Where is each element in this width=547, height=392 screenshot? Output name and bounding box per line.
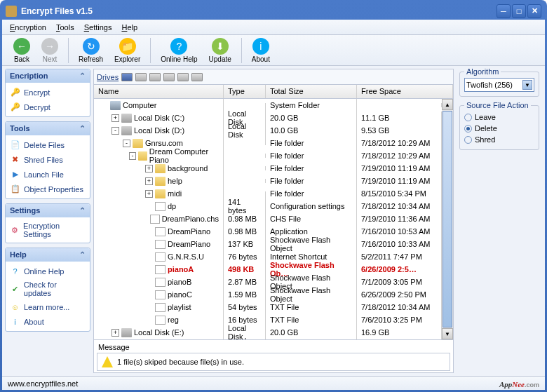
panel-header-settings[interactable]: Settings⌃ [6, 204, 90, 217]
expand-icon[interactable]: + [112, 329, 119, 337]
sidebar-item-delete-files[interactable]: 📄Delete Files [7, 137, 88, 152]
file-name: Local Disk (C:) [134, 114, 184, 122]
close-button[interactable]: ✕ [527, 4, 541, 18]
file-row[interactable]: pianoC1.59 MBShockwave Flash Object6/26/… [94, 288, 442, 301]
file-type: 2.87 MB [224, 276, 266, 288]
decrypt-icon: 🔑 [10, 102, 20, 112]
file-row[interactable]: ComputerSystem Folder [94, 99, 442, 111]
expand-icon[interactable]: + [145, 177, 153, 185]
sidebar-item-learn-more-[interactable]: ☺Learn more... [7, 299, 88, 314]
file-free: 6/26/2009 2:50 PM [357, 288, 442, 301]
toolbar-update-button[interactable]: ⬇Update [203, 36, 237, 65]
file-size: TXT File [266, 301, 357, 313]
scroll-down-icon[interactable]: ▼ [442, 328, 453, 339]
sidebar-item-shred-files[interactable]: ✖Shred Files [7, 152, 88, 167]
column-name[interactable]: Name [94, 85, 224, 98]
file-size: 10.0 GB [266, 124, 357, 137]
file-type [224, 154, 266, 158]
file-row[interactable]: +backgroundFile folder7/19/2010 11:19 AM [94, 162, 442, 175]
online-help-icon: ? [10, 266, 20, 276]
file-size: File folder [266, 175, 357, 187]
chevron-up-icon: ⌃ [79, 124, 86, 133]
expand-icon[interactable]: + [145, 165, 153, 173]
scroll-thumb[interactable] [443, 111, 452, 327]
sidebar-item-object-properties[interactable]: 📋Object Properties [7, 182, 88, 196]
file-free: 16.9 GB [357, 326, 442, 339]
file-row[interactable]: -Local Disk (D:)Local Disk10.0 GB9.53 GB [94, 124, 442, 137]
scroll-up-icon[interactable]: ▲ [442, 99, 453, 110]
toolbar-about-button[interactable]: iAbout [246, 36, 276, 65]
panel-header-encription[interactable]: Encription⌃ [6, 69, 90, 83]
drive-icon[interactable] [121, 73, 133, 81]
vertical-scrollbar[interactable]: ▲ ▼ [442, 99, 453, 339]
drive-icon[interactable] [135, 73, 147, 81]
file-row[interactable]: playlist54 bytesTXT File7/18/2012 10:34 … [94, 301, 442, 313]
status-url: www.encryptfiles.net [8, 379, 78, 388]
file-type [224, 141, 266, 145]
toolbar-refresh-button[interactable]: ↻Refresh [73, 36, 109, 65]
file-name: DreamPiano [168, 227, 210, 236]
drive-icon[interactable] [191, 73, 203, 81]
file-icon [155, 316, 166, 325]
comp-icon [110, 101, 121, 110]
file-name: Computer [123, 101, 156, 109]
disk-icon [121, 114, 132, 123]
encrypt-icon: 🔑 [10, 87, 20, 97]
column-free[interactable]: Free Space [357, 85, 453, 98]
file-row[interactable]: DreamPiano137 KBShockwave Flash Object7/… [94, 238, 442, 250]
chevron-up-icon: ⌃ [79, 206, 86, 215]
file-row[interactable]: +helpFile folder7/19/2010 11:19 AM [94, 175, 442, 187]
sidebar-item-about[interactable]: iAbout [7, 314, 88, 329]
algorithm-dropdown[interactable]: Twofish (256) ▼ [464, 78, 534, 92]
file-row[interactable]: DreamPiano.chs0.98 MBCHS File7/19/2010 1… [94, 212, 442, 225]
drive-icon[interactable] [149, 73, 161, 81]
panel-header-tools[interactable]: Tools⌃ [6, 122, 90, 135]
sidebar-item-online-help[interactable]: ?Online Help [7, 264, 88, 278]
file-free: 5/2/2011 7:47 PM [357, 250, 442, 263]
file-row[interactable]: dp141 bytesConfiguration settings7/18/20… [94, 200, 442, 212]
action-delete[interactable]: Delete [464, 123, 534, 134]
file-size: File folder [266, 137, 357, 149]
file-name: help [168, 177, 182, 185]
file-row[interactable]: +midiFile folder8/15/2010 5:34 PM [94, 187, 442, 200]
expand-icon[interactable]: - [129, 152, 136, 160]
drive-icon[interactable] [163, 73, 175, 81]
file-type [224, 179, 266, 183]
toolbar-explorer-button[interactable]: 📁Explorer [109, 36, 146, 65]
sidebar-item-encryption-settings[interactable]: ⚙Encryption Settings [7, 219, 88, 241]
file-type: 498 KB [224, 263, 266, 276]
file-free: 7/1/2009 3:05 PM [357, 276, 442, 288]
file-type: 137 KB [224, 238, 266, 250]
sidebar-item-check-for-updates[interactable]: ✔Check for updates [7, 278, 88, 299]
action-leave[interactable]: Leave [464, 111, 534, 123]
action-shred[interactable]: Shred [464, 134, 534, 145]
file-row[interactable]: +Local Disk (E:)Local Disk20.0 GB16.9 GB [94, 326, 442, 339]
radio-icon [464, 114, 472, 121]
message-text: 1 file(s) skiped because file(s) in use. [117, 358, 244, 366]
file-row[interactable]: +Local Disk (C:)Local Disk20.0 GB11.1 GB [94, 111, 442, 124]
expand-icon[interactable]: + [112, 114, 119, 122]
sidebar-item-encrypt[interactable]: 🔑Encrypt [7, 85, 88, 100]
menu-tools[interactable]: Tools [52, 22, 79, 33]
file-icon [155, 252, 166, 262]
minimize-button[interactable]: ─ [497, 4, 511, 18]
menu-help[interactable]: Help [117, 22, 142, 33]
panel-header-help[interactable]: Help⌃ [6, 248, 90, 262]
column-type[interactable]: Type [224, 85, 266, 98]
file-row[interactable]: reg16 bytesTXT File7/6/2010 3:25 PM [94, 313, 442, 326]
file-row[interactable]: -Dream Computer PianoFile folder7/18/201… [94, 149, 442, 162]
menu-settings[interactable]: Settings [80, 22, 116, 33]
sidebar-item-decrypt[interactable]: 🔑Decrypt [7, 100, 88, 114]
maximize-button[interactable]: □ [512, 4, 526, 18]
file-free: 7/18/2012 10:34 AM [357, 301, 442, 313]
folder-icon [155, 164, 166, 173]
expand-icon[interactable]: + [145, 190, 153, 198]
toolbar-back-button[interactable]: ←Back [8, 36, 36, 65]
menu-encryption[interactable]: Encryption [6, 22, 50, 33]
drive-icon[interactable] [177, 73, 189, 81]
column-size[interactable]: Total Size [266, 85, 357, 98]
toolbar-online-help-button[interactable]: ?Online Help [155, 36, 203, 65]
expand-icon[interactable]: - [112, 127, 119, 135]
sidebar-item-launch-file[interactable]: ▶Launch File [7, 167, 88, 182]
file-size: TXT File [266, 313, 357, 326]
